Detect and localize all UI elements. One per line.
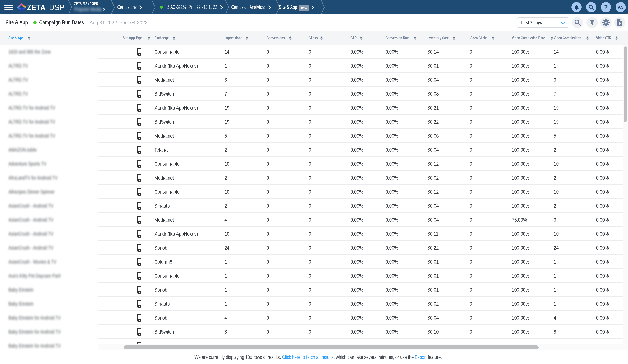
cell-conversion_rate: 0.00% [386,283,398,297]
breadcrumb-campaign-analytics[interactable]: Campaign Analytics [231,0,279,14]
cell-video_completions: 14 [554,45,559,59]
column-header-video_ctr[interactable]: Video CTR [596,31,611,45]
row-divider [8,128,98,128]
column-header-impressions[interactable]: Impressions [225,31,242,45]
table-row[interactable]: AsianCrush - Android TVSonobi24000.00%0.… [0,241,623,255]
table-row[interactable]: 1620 and 980 the ZoneConsumable14000.00%… [0,45,623,59]
table-row[interactable]: AsianCrush - Android TVXandr (fka AppNex… [0,227,623,241]
date-range-select[interactable]: Last 7 days [517,17,569,28]
sort-icon[interactable] [148,36,150,40]
cell-video_clicks: 0 [470,311,472,325]
table-row[interactable]: ALTRD.TV for Android TVMedia.net5000.00%… [0,129,623,143]
cell-exchange: Xandr (fka AppNexus) [154,227,198,241]
mobile-icon [137,62,141,70]
cell-impressions: 1 [225,255,227,269]
cell-impressions: 10 [225,157,229,171]
sort-icon[interactable] [28,36,30,40]
table-row[interactable]: Ava's Kitty Pet Daycare Part!Consumable1… [0,269,623,283]
sort-icon[interactable] [320,36,323,40]
cell-video_clicks: 0 [470,213,472,227]
sort-icon[interactable] [173,36,175,40]
column-header-conversion_rate[interactable]: Conversion Rate [386,31,409,45]
vertical-scrollbar-thumb[interactable] [624,46,627,122]
cell-video_completion_rate: 100.00% [512,87,530,101]
column-header-inventory_cost[interactable]: Inventory Cost [428,31,449,45]
global-search-button[interactable] [586,2,596,12]
column-header-video_completions[interactable]: Video Completions [554,31,581,45]
horizontal-scrollbar-thumb[interactable] [124,345,539,349]
column-header-exchange[interactable]: Exchange [154,31,169,45]
sort-icon[interactable] [492,36,494,40]
cell-video_completion_rate: 100.00% [512,101,530,115]
cell-conversion_rate: 0.00% [386,311,398,325]
table-row[interactable]: AMAZON.tubitvTelaria2000.00%0.00%$0.0401… [0,143,623,157]
page-title: Site & App [5,14,33,31]
menu-button[interactable] [4,0,13,14]
cell-video_ctr: 0.00% [596,199,609,213]
settings-button[interactable] [600,17,612,28]
sort-icon[interactable] [615,36,618,40]
column-header-video_completion_rate[interactable]: Video Completion Rate [512,31,545,45]
table-row[interactable]: Allrecipes Dinner SpinnerConsumable10000… [0,185,623,199]
cell-inventory_cost: $0.01 [428,269,439,283]
column-header-clicks[interactable]: Clicks [309,31,318,45]
table-row[interactable]: AfroLandTV for Android TVMedia.net2000.0… [0,171,623,185]
notifications-button[interactable] [571,2,582,12]
sort-icon[interactable] [586,36,589,40]
cell-exchange: Media.net [154,213,174,227]
cell-impressions: 10 [225,185,229,199]
cell-video_completions: 19 [554,101,559,115]
cell-video_ctr: 0.00% [596,45,609,59]
table-row[interactable]: Baby EinsteinSmaato1000.00%0.00%$0.02010… [0,297,623,311]
fetch-all-link[interactable]: Click here to fetch all results [282,354,334,360]
cell-clicks: 0 [309,157,311,171]
cell-video_ctr: 0.00% [596,283,609,297]
table-row[interactable]: AsianCrush - Movies & TVColumn61000.00%0… [0,255,623,269]
chevron-right-icon [311,5,314,9]
column-header-site[interactable]: Site & App [8,31,24,45]
footer-text: , which can take several minutes, or use… [334,354,415,360]
table-row[interactable]: Baby Einstein for Android TVSonobi4000.0… [0,311,623,325]
table-row[interactable]: ALTRD.TVXandr (fka AppNexus)1000.00%0.00… [0,59,623,73]
sort-icon[interactable] [453,36,455,40]
table-row[interactable]: AsianCrush - Android TVSmaato2000.00%0.0… [0,199,623,213]
breadcrumb-divider [321,0,325,14]
cell-clicks: 0 [309,255,311,269]
cell-impressions: 10 [225,227,229,241]
cell-video_completions: 2 [554,171,556,185]
sort-icon[interactable] [414,36,416,40]
table-row[interactable]: ALTRD.TV for Android TVXandr (fka AppNex… [0,101,623,115]
table-row[interactable]: Adventure Sports TVConsumable10000.00%0.… [0,157,623,171]
export-button[interactable] [614,17,625,28]
table-search-button[interactable] [572,17,583,28]
cell-video_completions: 2 [554,199,556,213]
cell-inventory_cost: $0.04 [428,73,439,87]
cell-video_completion_rate: 100.00% [512,129,530,143]
sort-icon[interactable] [550,36,553,40]
column-header-type[interactable]: Site App Type [123,31,143,45]
export-link[interactable]: Export [415,354,427,360]
table-row[interactable]: AsianCrush - Android TVMedia.net4000.00%… [0,213,623,227]
cell-ctr: 0.00% [350,185,363,199]
sort-icon[interactable] [289,36,292,40]
table-row[interactable]: ALTRD.TVMedia.net3000.00%0.00%$0.040100.… [0,73,623,87]
cell-conversion_rate: 0.00% [386,199,398,213]
table-row[interactable]: ALTRD.TV for Android TVBidSwitch19000.00… [0,115,623,129]
table-row[interactable]: Baby Einstein for Android TVBidSwitch800… [0,325,623,339]
column-header-conversions[interactable]: Conversions [266,31,285,45]
filter-button[interactable] [586,17,598,28]
help-button[interactable]: ? [601,2,611,12]
row-divider [8,142,98,142]
mobile-icon [137,188,141,196]
cell-conversions: 0 [266,311,269,325]
row-divider [8,324,98,324]
cell-ctr: 0.00% [350,227,363,241]
table-row[interactable]: ALTRD.TVBidSwitch7000.00%0.00%$0.080100.… [0,87,623,101]
chevron-right-icon [139,5,142,9]
table-row[interactable]: Baby EinsteinSonobi1000.00%0.00%$0.01010… [0,283,623,297]
sort-icon[interactable] [360,36,363,40]
user-avatar[interactable]: AS [616,2,626,12]
column-header-ctr[interactable]: CTR [350,31,357,45]
column-header-video_clicks[interactable]: Video Clicks [470,31,487,45]
sort-icon[interactable] [246,36,248,40]
